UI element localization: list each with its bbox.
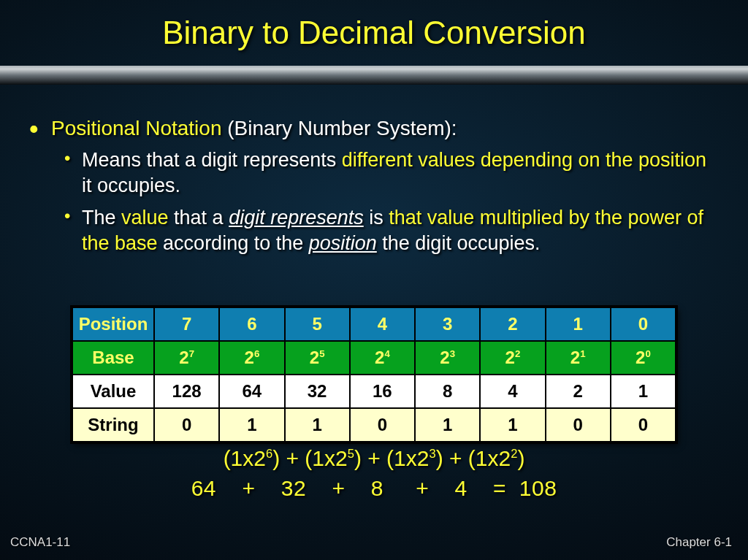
subbullet-1: Means that a digit represents different …	[63, 147, 722, 198]
text: according to the	[158, 232, 309, 254]
cell: 6	[219, 307, 284, 341]
exp: 5	[348, 447, 354, 460]
cell: 7	[154, 307, 219, 341]
base-num: 2	[245, 348, 254, 367]
text: that a	[169, 207, 229, 229]
base-num: 2	[570, 348, 580, 367]
cell: 0	[546, 408, 611, 442]
base-num: 2	[636, 348, 645, 367]
exp: 3	[429, 447, 435, 460]
slide: Binary to Decimal Conversion Positional …	[0, 0, 748, 560]
base-exp: 3	[450, 348, 455, 359]
base-exp: 5	[319, 348, 324, 359]
lead-highlight: Positional Notation	[51, 117, 221, 139]
cell: 8	[415, 375, 480, 408]
text: Means that a digit represents	[82, 149, 342, 171]
base-exp: 7	[189, 348, 194, 359]
calculation: (1x26) + (1x25) + (1x23) + (1x22) 64 + 3…	[0, 444, 748, 503]
cell: 1	[219, 408, 284, 442]
cell: 1	[611, 375, 676, 408]
table-row-string: String 0 1 1 0 1 1 0 0	[72, 408, 676, 442]
cell: 25	[285, 341, 350, 375]
subbullet-2: The value that a digit represents is tha…	[63, 205, 722, 256]
calc-line-1: (1x26) + (1x25) + (1x23) + (1x22)	[0, 444, 748, 474]
calc-line-2: 64 + 32 + 8 + 4 = 108	[0, 474, 748, 504]
base-exp: 1	[580, 348, 585, 359]
cell: 4	[350, 307, 415, 341]
cell: 0	[611, 408, 676, 442]
cell: 3	[415, 307, 480, 341]
cell: 26	[219, 341, 284, 375]
base-exp: 0	[645, 348, 650, 359]
exp: 6	[266, 447, 272, 460]
title-divider	[0, 66, 748, 85]
slide-title: Binary to Decimal Conversion	[0, 15, 748, 51]
text-highlight: value	[121, 207, 169, 229]
cell: 16	[350, 375, 415, 408]
slide-body: Positional Notation (Binary Number Syste…	[26, 117, 722, 263]
cell: 5	[285, 307, 350, 341]
header-base: Base	[72, 341, 154, 375]
cell: 20	[611, 341, 676, 375]
table-row-base: Base 27 26 25 24 23 22 21 20	[72, 341, 676, 375]
exp: 2	[511, 447, 517, 460]
cell: 2	[480, 307, 545, 341]
base-exp: 6	[254, 348, 259, 359]
cell: 1	[415, 408, 480, 442]
cell: 0	[611, 307, 676, 341]
cell: 1	[546, 307, 611, 341]
table-row-position: Position 7 6 5 4 3 2 1 0	[72, 307, 676, 341]
base-exp: 2	[515, 348, 520, 359]
cell: 0	[154, 408, 219, 442]
positional-table: Position 7 6 5 4 3 2 1 0 Base 27 26 25 2…	[72, 307, 676, 442]
table-row-value: Value 128 64 32 16 8 4 2 1	[72, 375, 676, 408]
cell: 1	[285, 408, 350, 442]
cell: 64	[219, 375, 284, 408]
bullet-main: Positional Notation (Binary Number Syste…	[26, 117, 722, 256]
base-num: 2	[179, 348, 188, 367]
text-underline: position	[309, 232, 377, 254]
text-highlight: different values depending on the positi…	[342, 149, 706, 171]
footer-right: Chapter 6-1	[666, 535, 732, 550]
text-underline: digit represents	[229, 207, 364, 229]
t: ) + (1x2	[354, 446, 430, 470]
footer-left: CCNA1-11	[10, 535, 70, 550]
base-num: 2	[440, 348, 449, 367]
header-string: String	[72, 408, 154, 442]
text: is	[364, 207, 389, 229]
text: The	[82, 207, 121, 229]
lead-rest: (Binary Number System):	[221, 117, 457, 139]
cell: 23	[415, 341, 480, 375]
cell: 32	[285, 375, 350, 408]
base-exp: 4	[384, 348, 389, 359]
t: ) + (1x2	[436, 446, 511, 470]
text: it occupies.	[82, 174, 180, 196]
text: the digit occupies.	[377, 232, 541, 254]
base-num: 2	[505, 348, 515, 367]
cell: 4	[480, 375, 545, 408]
cell: 24	[350, 341, 415, 375]
cell: 0	[350, 408, 415, 442]
cell: 22	[480, 341, 545, 375]
t: (1x2	[224, 446, 266, 470]
cell: 27	[154, 341, 219, 375]
base-num: 2	[375, 348, 384, 367]
cell: 21	[546, 341, 611, 375]
cell: 1	[480, 408, 545, 442]
header-value: Value	[72, 375, 154, 408]
base-num: 2	[310, 348, 319, 367]
t: )	[517, 446, 524, 470]
cell: 128	[154, 375, 219, 408]
t: ) + (1x2	[272, 446, 348, 470]
cell: 2	[546, 375, 611, 408]
header-position: Position	[72, 307, 154, 341]
